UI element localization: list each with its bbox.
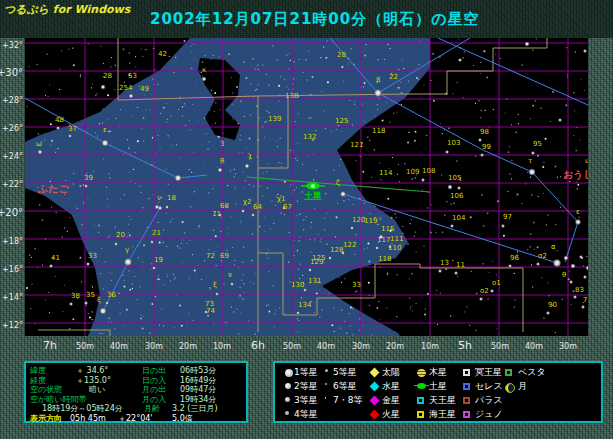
star6-icon: [325, 383, 327, 385]
star5-icon: [325, 369, 328, 372]
title-bar: つるぷら for Windows 2002年12月07日21時00分（明石）の星…: [0, 0, 613, 38]
mercury-icon: [370, 382, 380, 392]
info-panel: 緯度＋ 34.6°日の出06時53分経度＋135.0°日の入16時49分空の状態…: [24, 361, 248, 423]
star-label: 72: [206, 252, 215, 260]
star-label: 128: [330, 246, 343, 254]
bright-star: [451, 225, 454, 228]
star-label: ξ: [213, 281, 217, 289]
venus-icon: [370, 396, 380, 406]
star-label: 121: [350, 141, 363, 149]
bright-star: [202, 77, 206, 81]
info-value: ＋135.0°: [76, 376, 111, 385]
star1-icon: [285, 369, 293, 377]
info-label: 経度: [30, 376, 46, 385]
star-label: 48: [55, 116, 64, 124]
star2-icon: [285, 383, 291, 389]
bright-star: [574, 296, 577, 299]
legend-label-star2: 2等星: [294, 382, 318, 391]
dec-axis-label: +16°: [2, 265, 23, 274]
ra-axis-label: 40m: [525, 342, 543, 351]
saturn-icon: [417, 383, 426, 389]
bright-star: [570, 281, 573, 284]
bright-star: [547, 312, 550, 315]
info-label: 緯度: [30, 366, 46, 375]
star-label: 28: [337, 51, 346, 59]
ra-axis-label: 50m: [76, 342, 94, 351]
star-label: 108: [422, 167, 435, 175]
bright-star: [166, 206, 169, 209]
bright-star: [341, 192, 346, 197]
star-label: 53: [128, 72, 137, 80]
star-label: 33: [88, 252, 97, 260]
star-chart[interactable]: 422853254494837εω392822βκ138139132125121…: [0, 38, 613, 356]
star-label: 11: [456, 261, 465, 269]
legend-label-ceres: セレス: [475, 382, 503, 391]
legend-label-pluto: 冥王星: [475, 368, 502, 377]
bright-star: [525, 42, 529, 46]
bright-star: [481, 154, 484, 157]
bright-star: [50, 265, 53, 268]
star-label: 138: [285, 92, 298, 100]
info-label: 月齢: [144, 404, 160, 413]
bright-star: [125, 259, 132, 266]
star-label: ε: [576, 208, 580, 216]
dec-axis-label: +30°: [0, 67, 23, 78]
bright-star: [594, 260, 597, 263]
star-label: 41: [51, 254, 60, 262]
window-title: 2002年12月07日21時00分（明石）の星空: [150, 10, 480, 29]
star-label: 139: [268, 115, 281, 123]
bright-star: [479, 139, 482, 142]
legend-label-uranus: 天王星: [429, 396, 456, 405]
info-value: 5.0倍: [172, 414, 193, 423]
star-chart-canvas[interactable]: 422853254494837εω392822βκ138139132125121…: [0, 38, 613, 356]
star-label: υ: [585, 157, 589, 165]
star-label: 97: [503, 213, 512, 221]
ra-axis-label: 40m: [317, 342, 335, 351]
star-label: β: [376, 76, 380, 84]
dec-axis-label: +20°: [0, 207, 23, 218]
jupiter-icon: [417, 369, 426, 377]
bright-star: [458, 187, 461, 190]
ra-axis-label: 10m: [213, 342, 231, 351]
star-label: 22: [389, 73, 398, 81]
star-label: 37: [68, 125, 77, 133]
ra-axis-label: 40m: [110, 342, 128, 351]
bright-star: [252, 214, 255, 217]
star-label: χ1: [277, 195, 286, 203]
ra-axis-label: 30m: [145, 342, 163, 351]
moon-icon: [505, 383, 515, 393]
star-label: γ: [125, 246, 129, 254]
bright-star: [559, 119, 562, 122]
sun-icon: [370, 368, 380, 378]
star3-icon: [285, 397, 290, 402]
info-value: 3.2 (三日月): [172, 404, 218, 413]
info-value: 09時47分: [180, 385, 216, 394]
legend-label-mercury: 水星: [382, 382, 400, 391]
dec-axis-label: +26°: [2, 124, 23, 133]
app-title: つるぷら for Windows: [4, 2, 130, 17]
bright-star: [491, 290, 494, 293]
star-label: 20: [116, 231, 125, 239]
bright-star: [106, 302, 109, 305]
bright-star: [376, 247, 379, 250]
bright-star: [38, 150, 42, 154]
star-label: 254: [119, 84, 133, 92]
legend-label-saturn: 土星: [429, 382, 447, 391]
bright-star: [571, 264, 575, 268]
star-label: ο1: [492, 279, 501, 287]
bright-star: [85, 302, 88, 305]
star-label: 99: [482, 143, 491, 151]
ra-axis-label: 5h: [458, 339, 472, 352]
bright-star: [87, 263, 90, 266]
dec-axis-label: +32°: [2, 41, 23, 50]
info-label: 日の出: [142, 366, 166, 375]
star-label: 19: [154, 256, 163, 264]
ra-axis-label: 7h: [43, 339, 57, 352]
star-label: 114: [379, 169, 393, 177]
ra-axis-label: 50m: [491, 342, 509, 351]
star-label: 129: [310, 258, 323, 266]
info-label: 空が暗い時間帯: [30, 395, 86, 404]
star-label: 98: [480, 128, 489, 136]
dec-axis-label: +12°: [2, 321, 23, 330]
star-label: 130: [291, 281, 304, 289]
